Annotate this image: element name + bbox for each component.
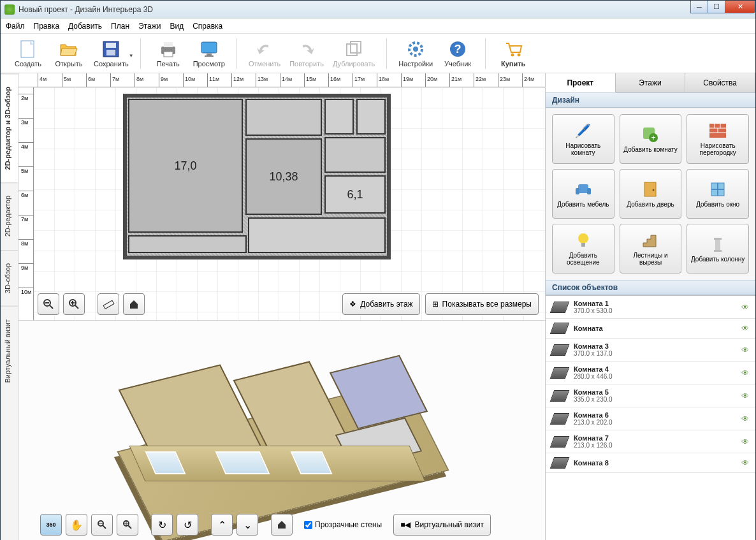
room-bath[interactable]: [356, 99, 386, 135]
tab-2d-3d[interactable]: 2D-редактор и 3D-обзор: [1, 73, 18, 182]
room-3[interactable]: 6,1: [324, 175, 386, 214]
tab-3d[interactable]: 3D-обзор: [1, 250, 18, 306]
app-icon: [4, 4, 15, 15]
object-name: Комната: [574, 325, 735, 332]
list-item[interactable]: Комната 5335.0 x 230.0👁: [546, 384, 755, 407]
svg-point-50: [578, 233, 588, 244]
create-button[interactable]: Создать: [12, 40, 44, 68]
ruler-button[interactable]: [98, 293, 119, 315]
zoom-out-button[interactable]: [38, 293, 59, 315]
home-3d-button[interactable]: [271, 514, 293, 536]
open-button[interactable]: Открыть: [53, 40, 85, 68]
room-wc[interactable]: [324, 99, 354, 135]
room-2[interactable]: 10,38: [245, 138, 322, 215]
objects-list: Комната 1370.0 x 530.0👁Комната👁Комната 3…: [546, 295, 755, 540]
workarea: 4м5м6м7м8м9м10м11м12м13м14м15м16м17м18м1…: [18, 73, 545, 540]
zoom-in-3d-button[interactable]: [117, 514, 138, 536]
model-3d[interactable]: [114, 333, 452, 518]
redo-button[interactable]: Повторить: [289, 40, 324, 68]
add-furniture-button[interactable]: Добавить мебель: [552, 169, 614, 219]
zoom-in-button[interactable]: [63, 293, 85, 315]
cube-icon: [550, 457, 570, 469]
svg-rect-6: [164, 52, 173, 57]
eye-icon[interactable]: 👁: [741, 437, 749, 446]
svg-rect-5: [164, 42, 173, 47]
canvas-2d[interactable]: 17,0 10,38 6,1: [34, 87, 545, 320]
home-button[interactable]: [123, 293, 145, 315]
virtual-visit-button[interactable]: ■◀ Виртуальный визит: [393, 514, 491, 536]
room-kitchen[interactable]: [248, 217, 386, 253]
add-light-button[interactable]: Добавить освещение: [552, 224, 614, 274]
eye-icon[interactable]: 👁: [741, 414, 749, 423]
rotate-ccw-button[interactable]: ↺: [177, 514, 198, 536]
settings-button[interactable]: Настройки: [398, 40, 433, 68]
tab-properties[interactable]: Свойства: [685, 73, 755, 92]
list-item[interactable]: Комната 8👁: [546, 453, 755, 473]
eye-icon[interactable]: 👁: [741, 458, 749, 467]
maximize-button[interactable]: ☐: [708, 1, 725, 13]
menu-plan[interactable]: План: [111, 22, 129, 31]
add-square-icon: +: [641, 126, 660, 143]
preview-button[interactable]: Просмотр: [193, 40, 225, 68]
eye-icon[interactable]: 👁: [741, 391, 749, 400]
show-dimensions-button[interactable]: ⊞ Показывать все размеры: [425, 293, 539, 315]
minimize-button[interactable]: ─: [690, 1, 708, 13]
list-item[interactable]: Комната 1370.0 x 530.0👁: [546, 296, 755, 319]
floorplan[interactable]: 17,0 10,38 6,1: [123, 94, 391, 259]
door-icon: [641, 180, 660, 198]
dropdown-arrow-icon[interactable]: ▼: [129, 53, 134, 59]
lightbulb-icon: [574, 231, 593, 249]
list-item[interactable]: Комната 6213.0 x 202.0👁: [546, 407, 755, 430]
room-1[interactable]: 17,0: [128, 99, 243, 233]
menu-help[interactable]: Справка: [193, 22, 222, 31]
eye-icon[interactable]: 👁: [741, 303, 749, 312]
menu-file[interactable]: Файл: [6, 22, 25, 31]
menu-add[interactable]: Добавить: [68, 22, 102, 31]
menu-floors[interactable]: Этажи: [138, 22, 161, 31]
zoom-out-3d-button[interactable]: [91, 514, 113, 536]
draw-room-button[interactable]: 🖊️Нарисовать комнату: [552, 114, 614, 164]
rotate-cw-button[interactable]: ↻: [151, 514, 173, 536]
tab-project[interactable]: Проект: [546, 73, 616, 92]
print-button[interactable]: Печать: [152, 40, 184, 68]
add-door-button[interactable]: Добавить дверь: [620, 169, 682, 219]
left-tabs: 2D-редактор и 3D-обзор 2D-редактор 3D-об…: [1, 73, 18, 540]
undo-button[interactable]: Отменить: [249, 40, 280, 68]
tab-floors[interactable]: Этажи: [616, 73, 686, 92]
tutorial-button[interactable]: ? Учебник: [442, 40, 474, 68]
save-button[interactable]: Сохранить ▼: [94, 40, 129, 68]
add-room-button[interactable]: +Добавить комнату: [620, 114, 682, 164]
list-item[interactable]: Комната 3370.0 x 137.0👁: [546, 339, 755, 361]
add-column-button[interactable]: Добавить колонну: [687, 224, 749, 274]
tab-virtual[interactable]: Виртуальный визит: [1, 306, 18, 396]
tab-2d[interactable]: 2D-редактор: [1, 182, 18, 249]
column-icon: [708, 235, 727, 253]
transparent-walls-checkbox[interactable]: Прозрачные стены: [304, 520, 382, 529]
duplicate-button[interactable]: Дублировать: [333, 40, 375, 68]
eye-icon[interactable]: 👁: [741, 324, 749, 333]
view-up-button[interactable]: ⌃: [211, 514, 233, 536]
list-item[interactable]: Комната👁: [546, 319, 755, 339]
buy-button[interactable]: Купить: [497, 40, 529, 68]
svg-rect-54: [714, 250, 722, 252]
pan-button[interactable]: ✋: [66, 514, 87, 536]
list-item[interactable]: Комната 7213.0 x 126.0👁: [546, 430, 755, 453]
room-hall[interactable]: [324, 137, 386, 173]
rotate-360-button[interactable]: 360: [40, 514, 62, 536]
room-corridor[interactable]: [245, 99, 322, 136]
add-floor-button[interactable]: ❖ Добавить этаж: [342, 293, 419, 315]
view-down-button[interactable]: ⌄: [236, 514, 258, 536]
menu-view[interactable]: Вид: [170, 22, 184, 31]
eye-icon[interactable]: 👁: [741, 346, 749, 354]
view-3d[interactable]: 360 ✋ ↻ ↺ ⌃ ⌄ Прозрачные стены: [18, 320, 545, 540]
stairs-button[interactable]: Лестницы и вырезы: [620, 224, 682, 274]
menu-edit[interactable]: Правка: [34, 22, 60, 31]
list-item[interactable]: Комната 4280.0 x 446.0👁: [546, 361, 755, 384]
eye-icon[interactable]: 👁: [741, 369, 749, 377]
close-button[interactable]: ✕: [725, 1, 755, 13]
add-window-button[interactable]: Добавить окно: [687, 169, 749, 219]
monitor-icon: [200, 40, 219, 59]
room-balcony1[interactable]: [128, 235, 247, 253]
plan-2d-view[interactable]: 2м3м4м5м6м7м8м9м10м 17,0 10,38 6,1: [18, 87, 545, 320]
draw-partition-button[interactable]: Нарисовать перегородку: [687, 114, 749, 164]
